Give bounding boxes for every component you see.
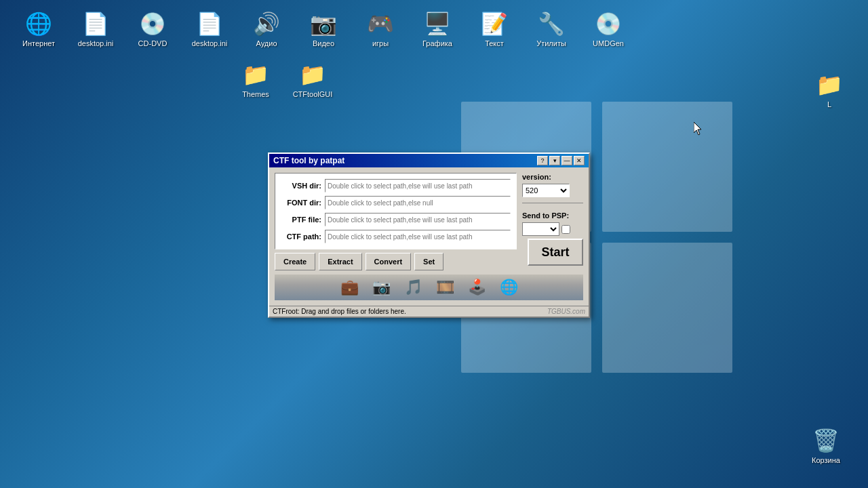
ctftoolgui-folder-icon: 📁	[299, 61, 326, 88]
ptf-file-row: PTF file:	[281, 213, 511, 226]
icon-games[interactable]: 🎮 игры	[353, 7, 408, 51]
icon-desktop-ini-1[interactable]: 📄 desktop.ini	[68, 7, 123, 51]
ctf-window: CTF tool by patpat ? ▾ — ✕ VSH dir:	[268, 152, 590, 318]
start-button[interactable]: Start	[528, 239, 583, 266]
l-label: L	[827, 100, 831, 108]
icon-row-2: 📁 Themes 📁 CTFtoolGUI	[10, 58, 858, 102]
icon-cd-dvd[interactable]: 💿 CD-DVD	[125, 7, 180, 51]
graphics-icon: 🖥️	[424, 10, 451, 37]
ctf-toolbar: 💼 📷 🎵 🎞️ 🕹️ 🌐	[275, 274, 583, 300]
text-icon: 📝	[481, 10, 508, 37]
cd-dvd-icon: 💿	[139, 10, 166, 37]
desktop-ini-1-label: desktop.ini	[78, 39, 114, 47]
file-icon-1: 📄	[82, 10, 109, 37]
ctf-path-input[interactable]	[325, 230, 511, 243]
internet-label: Интернет	[22, 39, 55, 47]
toolbar-camera-icon[interactable]: 📷	[372, 279, 391, 296]
send-psp-select[interactable]	[522, 222, 559, 236]
vsh-dir-row: VSH dir:	[281, 179, 511, 192]
icon-ctftoolgui[interactable]: 📁 CTFtoolGUI	[285, 58, 340, 102]
recycle-bin[interactable]: 🗑️ Корзина	[799, 424, 853, 468]
create-button[interactable]: Create	[275, 253, 315, 270]
toolbar-music-icon[interactable]: 🎵	[404, 279, 422, 296]
graphics-label: Графика	[422, 39, 452, 47]
ctf-path-row: CTF path:	[281, 230, 511, 243]
ctf-window-title: CTF tool by patpat	[273, 156, 344, 165]
convert-button[interactable]: Convert	[366, 253, 412, 270]
icon-themes[interactable]: 📁 Themes	[229, 58, 283, 102]
ctftoolgui-label: CTFtoolGUI	[293, 90, 333, 98]
font-dir-input[interactable]	[325, 196, 511, 209]
icon-internet[interactable]: 🌐 Интернет	[12, 7, 66, 51]
ptf-file-label: PTF file:	[281, 216, 321, 224]
games-label: игры	[372, 39, 389, 47]
toolbar-film-icon[interactable]: 🎞️	[436, 279, 454, 296]
send-psp-label: Send to PSP:	[522, 211, 583, 220]
icon-graphics[interactable]: 🖥️ Графика	[410, 7, 465, 51]
file-icon-2: 📄	[196, 10, 223, 37]
ctf-path-label: CTF path:	[281, 232, 321, 241]
toolbar-briefcase-icon[interactable]: 💼	[340, 279, 359, 296]
utils-icon: 🔧	[538, 10, 565, 37]
icon-audio[interactable]: 🔊 Аудио	[239, 7, 294, 51]
recycle-bin-icon: 🗑️	[812, 427, 840, 454]
icon-umdgen[interactable]: 💿 UMDGen	[581, 7, 635, 51]
desktop: 🌐 Интернет 📄 desktop.ini 💿 CD-DVD 📄 desk…	[0, 0, 868, 488]
umdgen-icon: 💿	[595, 10, 622, 37]
games-icon: 🎮	[367, 10, 394, 37]
icon-desktop-ini-2[interactable]: 📄 desktop.ini	[182, 7, 237, 51]
ctf-content: VSH dir: FONT dir: PTF file:	[269, 167, 589, 306]
ctf-form-section: VSH dir: FONT dir: PTF file:	[275, 173, 517, 270]
version-label: version:	[522, 173, 583, 181]
ctf-right-panel: version: 520 500 510 530 540 550 560 600…	[522, 173, 583, 270]
ctf-buttons-row: Create Extract Convert Set	[275, 253, 517, 270]
vsh-dir-input[interactable]	[325, 179, 511, 192]
video-label: Видео	[313, 39, 334, 47]
version-select[interactable]: 520 500 510 530 540 550 560 600	[522, 184, 570, 197]
umdgen-label: UMDGen	[593, 39, 624, 47]
desktop-icons-area: 🌐 Интернет 📄 desktop.ini 💿 CD-DVD 📄 desk…	[0, 0, 868, 108]
icon-utils[interactable]: 🔧 Утилиты	[524, 7, 578, 51]
icon-row-1: 🌐 Интернет 📄 desktop.ini 💿 CD-DVD 📄 desk…	[10, 7, 858, 51]
tgbus-logo: TGBUS.com	[547, 308, 585, 315]
vsh-dir-label: VSH dir:	[281, 182, 321, 190]
audio-label: Аудио	[256, 39, 277, 47]
font-dir-row: FONT dir:	[281, 196, 511, 209]
extract-button[interactable]: Extract	[319, 253, 361, 270]
ctf-form-area: VSH dir: FONT dir: PTF file:	[275, 173, 517, 249]
titlebar-buttons: ? ▾ — ✕	[537, 156, 585, 165]
toolbar-gamepad-icon[interactable]: 🕹️	[468, 279, 486, 296]
ctf-status-text: CTFroot: Drag and drop files or folders …	[273, 308, 406, 315]
icon-video[interactable]: 📷 Видео	[296, 7, 351, 51]
text-label: Текст	[485, 39, 504, 47]
ptf-file-input[interactable]	[325, 213, 511, 226]
set-button[interactable]: Set	[414, 253, 443, 270]
ctf-main-content: VSH dir: FONT dir: PTF file:	[275, 173, 583, 270]
icon-l[interactable]: 📁 L	[802, 68, 856, 112]
titlebar-help-button[interactable]: ?	[537, 156, 548, 165]
utils-label: Утилиты	[536, 39, 566, 47]
themes-label: Themes	[242, 90, 269, 98]
toolbar-globe-icon[interactable]: 🌐	[500, 279, 518, 296]
desktop-ini-2-label: desktop.ini	[192, 39, 228, 47]
audio-icon: 🔊	[253, 10, 280, 37]
video-icon: 📷	[310, 10, 337, 37]
titlebar-rollup-button[interactable]: ▾	[549, 156, 560, 165]
internet-icon: 🌐	[25, 10, 52, 37]
l-folder-icon: 📁	[816, 71, 843, 98]
icon-text[interactable]: 📝 Текст	[467, 7, 521, 51]
ctf-status-bar: CTFroot: Drag and drop files or folders …	[269, 306, 589, 317]
titlebar-close-button[interactable]: ✕	[574, 156, 585, 165]
ctf-titlebar: CTF tool by patpat ? ▾ — ✕	[269, 154, 589, 167]
send-psp-checkbox[interactable]	[561, 225, 570, 234]
cd-dvd-label: CD-DVD	[138, 39, 167, 47]
font-dir-label: FONT dir:	[281, 199, 321, 207]
send-psp-row	[522, 222, 583, 236]
recycle-bin-label: Корзина	[812, 456, 840, 464]
titlebar-minimize-button[interactable]: —	[561, 156, 572, 165]
themes-folder-icon: 📁	[242, 61, 269, 88]
